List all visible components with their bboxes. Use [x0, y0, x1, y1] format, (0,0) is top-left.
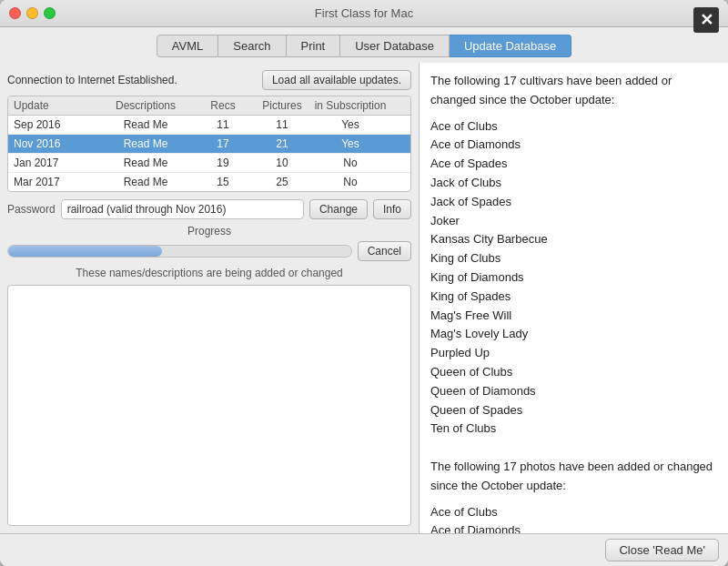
row-desc: Read Me: [96, 118, 196, 131]
list-item: Ace of Diamonds: [430, 521, 717, 533]
tab-print[interactable]: Print: [287, 35, 341, 57]
row-sub: Yes: [314, 137, 387, 150]
updates-table: Update Descriptions Recs Pictures in Sub…: [7, 96, 411, 192]
list-item: Jack of Clubs: [430, 174, 717, 193]
col-pictures: Pictures: [250, 99, 314, 112]
list-item: Kansas City Barbecue: [430, 230, 717, 249]
progress-row: Cancel: [7, 241, 411, 261]
row-pics: 11: [250, 118, 314, 131]
close-x-button[interactable]: ✕: [693, 7, 719, 33]
row-recs: 17: [196, 137, 250, 150]
password-label: Password: [7, 203, 56, 216]
row-pics: 21: [250, 137, 314, 150]
load-updates-button[interactable]: Load all available updates.: [262, 70, 411, 90]
table-row[interactable]: Sep 2016 Read Me 11 11 Yes: [8, 116, 410, 135]
window-controls: [9, 7, 56, 19]
minimize-button[interactable]: [26, 7, 38, 19]
tab-user-database[interactable]: User Database: [340, 35, 450, 57]
list-item: Purpled Up: [430, 344, 717, 363]
list-item: Ace of Clubs: [430, 117, 717, 136]
row-desc: Read Me: [96, 176, 196, 188]
list-item: Jack of Spades: [430, 193, 717, 212]
tab-avml[interactable]: AVML: [157, 35, 218, 57]
row-sub: No: [314, 157, 387, 169]
row-recs: 11: [196, 118, 250, 131]
cancel-button[interactable]: Cancel: [358, 241, 411, 261]
col-descriptions: Descriptions: [96, 99, 196, 112]
row-sub: Yes: [314, 118, 387, 131]
table-row[interactable]: Mar 2017 Read Me 15 25 No: [8, 173, 410, 191]
list-item: Joker: [430, 212, 717, 231]
row-update: Mar 2017: [14, 176, 96, 188]
close-button[interactable]: [9, 7, 21, 19]
left-panel: Connection to Internet Established. Load…: [0, 63, 419, 533]
col-subscription: in Subscription: [314, 99, 387, 112]
row-update: Nov 2016: [14, 137, 96, 150]
window-title: First Class for Mac: [315, 6, 413, 20]
password-row: Password Change Info: [7, 199, 411, 219]
row-recs: 15: [196, 176, 250, 188]
cultivars-list: Ace of Clubs Ace of Diamonds Ace of Spad…: [430, 117, 717, 440]
table-row[interactable]: Jan 2017 Read Me 19 10 No: [8, 154, 410, 173]
table-header: Update Descriptions Recs Pictures in Sub…: [8, 96, 410, 116]
list-item: King of Clubs: [430, 249, 717, 268]
col-update: Update: [14, 99, 96, 112]
row-pics: 10: [250, 157, 314, 169]
row-desc: Read Me: [96, 157, 196, 169]
progress-label: Progress: [7, 225, 411, 238]
col-recs: Recs: [196, 99, 250, 112]
maximize-button[interactable]: [44, 7, 56, 19]
close-readme-button[interactable]: Close 'Read Me': [605, 539, 719, 561]
tab-update-database[interactable]: Update Database: [450, 35, 571, 57]
tab-search[interactable]: Search: [218, 35, 286, 57]
list-item: Ten of Clubs: [430, 419, 717, 439]
list-item: Ace of Diamonds: [430, 136, 717, 155]
list-item: King of Diamonds: [430, 268, 717, 288]
nav-bar: AVML Search Print User Database Update D…: [0, 27, 728, 63]
row-update: Sep 2016: [14, 118, 96, 131]
row-sub: No: [314, 176, 387, 188]
row-update: Jan 2017: [14, 157, 96, 169]
cultivars-header: The following 17 cultivars have been add…: [430, 72, 717, 110]
progress-section: Progress Cancel: [7, 225, 411, 261]
info-button[interactable]: Info: [373, 199, 411, 219]
table-row[interactable]: Nov 2016 Read Me 17 21 Yes: [8, 135, 410, 154]
row-pics: 25: [250, 176, 314, 188]
list-item: Queen of Clubs: [430, 363, 717, 382]
password-input[interactable]: [61, 199, 304, 219]
connection-status: Connection to Internet Established.: [7, 74, 177, 86]
list-item: Queen of Spades: [430, 401, 717, 420]
main-window: First Class for Mac ✕ AVML Search Print …: [0, 0, 728, 566]
photos-list: Ace of Clubs Ace of Diamonds Ace of Spad…: [430, 503, 717, 533]
progress-bar-fill: [8, 246, 162, 257]
progress-bar-container: [7, 245, 352, 258]
titlebar: First Class for Mac ✕: [0, 0, 728, 27]
list-item: Queen of Diamonds: [430, 382, 717, 401]
list-item: Mag's Free Will: [430, 307, 717, 326]
row-desc: Read Me: [96, 137, 196, 150]
right-panel: The following 17 cultivars have been add…: [419, 63, 728, 533]
list-item: King of Spades: [430, 288, 717, 307]
content-area: Connection to Internet Established. Load…: [0, 63, 728, 533]
list-item: Mag's Lovely Lady: [430, 325, 717, 344]
bottom-bar: Close 'Read Me': [0, 533, 728, 566]
status-names-text: These names/descriptions are being added…: [7, 267, 411, 279]
readme-content[interactable]: The following 17 cultivars have been add…: [420, 63, 728, 533]
change-button[interactable]: Change: [309, 199, 368, 219]
photos-header: The following 17 photos have been added …: [430, 458, 717, 496]
notes-area: [7, 285, 411, 526]
list-item: Ace of Clubs: [430, 503, 717, 522]
status-bar: Connection to Internet Established. Load…: [7, 70, 411, 90]
list-item: Ace of Spades: [430, 155, 717, 174]
row-recs: 19: [196, 157, 250, 169]
